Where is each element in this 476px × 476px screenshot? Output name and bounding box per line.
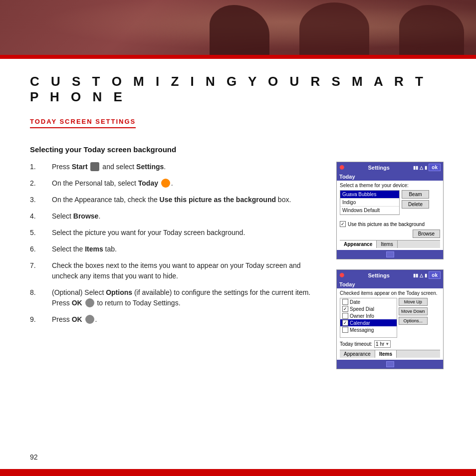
screenshot2-items-list: Date Speed Dial Owner Info bbox=[340, 298, 397, 338]
screenshot2-tab-appearance[interactable]: Appearance bbox=[340, 350, 375, 358]
screenshot2-wifi: △ bbox=[420, 273, 423, 278]
step-2-text: On the Personal tab, select Today . bbox=[52, 178, 173, 189]
checkbox-ownerinfo bbox=[342, 313, 348, 319]
screenshot1-signal: ▮▮ bbox=[413, 165, 418, 170]
screenshot2-battery: ▮ bbox=[425, 273, 427, 278]
items-row-messaging: Messaging bbox=[340, 326, 397, 333]
theme-windows: Windows Default bbox=[340, 207, 399, 215]
items-row-calendar: Calendar bbox=[340, 319, 397, 326]
figure-3 bbox=[399, 5, 464, 55]
screenshot1-tab-appearance[interactable]: Appearance bbox=[340, 240, 377, 248]
screenshot2-title: Settings bbox=[368, 272, 389, 278]
checkbox-calendar bbox=[342, 320, 348, 326]
item-messaging: Messaging bbox=[350, 327, 374, 333]
step-3-text: On the Appearance tab, check the Use thi… bbox=[52, 195, 291, 205]
items-row-date: Date bbox=[340, 298, 397, 305]
screenshot1-title: Settings bbox=[368, 165, 389, 171]
screenshot2-text: Checked items appear on the Today screen… bbox=[340, 290, 440, 296]
step-1-text: Press Start and select Settings. bbox=[52, 162, 166, 172]
step-5-text: Select the picture you want for your Tod… bbox=[52, 228, 245, 238]
screenshot1-body: Select a theme for your device: Guava Bu… bbox=[337, 181, 443, 250]
item-date: Date bbox=[350, 299, 360, 305]
content-area: Press Start and select Settings. On the … bbox=[30, 162, 446, 369]
step-7: Check the boxes next to the items you wa… bbox=[30, 260, 326, 281]
footer-red-bar bbox=[0, 469, 476, 476]
screenshot1-text: Select a theme for your device: bbox=[340, 183, 440, 188]
red-stripe bbox=[0, 55, 476, 59]
screenshot1-browse-row: Browse bbox=[340, 230, 440, 238]
screenshot1-checkbox bbox=[340, 221, 346, 227]
screenshot-1: ✺ Settings ▮▮ △ ▮ ok Today Select a them… bbox=[336, 162, 444, 259]
screenshot1-checkbox-row: Use this picture as the background bbox=[340, 221, 440, 227]
header-banner bbox=[0, 0, 476, 55]
screenshot2-signal: ▮▮ bbox=[413, 273, 418, 278]
step-4: Select Browse. bbox=[30, 211, 326, 222]
screenshot1-browse-button[interactable]: Browse bbox=[413, 230, 440, 238]
page-footer: 92 bbox=[30, 453, 38, 461]
today-icon bbox=[161, 179, 170, 188]
step-9-text: Press OK . bbox=[52, 314, 97, 325]
step-9: Press OK . bbox=[30, 314, 326, 325]
screenshot1-beam-button[interactable]: Beam bbox=[402, 190, 429, 199]
checkbox-messaging bbox=[342, 327, 348, 333]
figure-2 bbox=[299, 2, 369, 55]
checkbox-speeddial bbox=[342, 306, 348, 312]
screenshot2-winlogo: ✺ bbox=[339, 272, 344, 279]
screenshot2-body: Checked items appear on the Today screen… bbox=[337, 288, 443, 360]
screenshot1-winlogo: ✺ bbox=[339, 164, 344, 171]
start-icon bbox=[90, 162, 99, 171]
ok-icon-8 bbox=[85, 298, 94, 307]
screenshot1-checkbox-label: Use this picture as the background bbox=[348, 222, 425, 227]
step-7-text: Check the boxes next to the items you wa… bbox=[52, 260, 326, 281]
screenshot-2: ✺ Settings ▮▮ △ ▮ ok Today Checked items… bbox=[336, 269, 444, 369]
timeout-dropdown[interactable]: 1 hr ▼ bbox=[374, 340, 391, 348]
screenshot2-ok: ok bbox=[429, 271, 441, 279]
step-1: Press Start and select Settings. bbox=[30, 162, 326, 172]
screenshot2-section: Today bbox=[337, 280, 443, 288]
screenshot2-items-area: Date Speed Dial Owner Info bbox=[340, 298, 440, 338]
screenshot1-battery: ▮ bbox=[425, 165, 427, 170]
theme-indigo: Indigo bbox=[340, 199, 399, 207]
screenshot2-toolbar-icon bbox=[386, 361, 394, 367]
screenshot2-action-buttons: Move Up Move Down Options... bbox=[399, 298, 428, 338]
screenshot1-tab-items[interactable]: Items bbox=[377, 240, 397, 248]
step-8: (Optional) Select Options (if available)… bbox=[30, 287, 326, 308]
page-title: C U S T O M I Z I N G Y O U R S M A R T … bbox=[30, 74, 446, 105]
item-speeddial: Speed Dial bbox=[350, 306, 374, 312]
screenshots-col: ✺ Settings ▮▮ △ ▮ ok Today Select a them… bbox=[336, 162, 446, 369]
screenshot1-delete-button[interactable]: Delete bbox=[402, 200, 429, 209]
screenshot1-tabs: Appearance Items bbox=[340, 240, 440, 248]
screenshot2-icons: ▮▮ △ ▮ ok bbox=[413, 271, 441, 279]
screenshot2-options-button[interactable]: Options... bbox=[399, 317, 428, 325]
figure-1 bbox=[210, 5, 269, 55]
screenshot1-toolbar bbox=[337, 250, 443, 259]
screenshot1-theme-list: Guava Bubbles Indigo Windows Default bbox=[340, 190, 400, 215]
timeout-value: 1 hr bbox=[376, 341, 384, 347]
screenshot1-section: Today bbox=[337, 173, 443, 181]
screenshot2-movedown-button[interactable]: Move Down bbox=[399, 307, 428, 315]
item-calendar: Calendar bbox=[350, 320, 370, 326]
theme-guava: Guava Bubbles bbox=[340, 191, 399, 199]
screenshot2-toolbar bbox=[337, 360, 443, 369]
screenshot1-icons: ▮▮ △ ▮ ok bbox=[413, 164, 441, 171]
section-header: TODAY SCREEN SETTINGS bbox=[30, 118, 136, 128]
screenshot1-toolbar-icon bbox=[386, 251, 394, 257]
checkbox-date bbox=[342, 299, 348, 305]
screenshot2-moveup-button[interactable]: Move Up bbox=[399, 298, 428, 306]
step-5: Select the picture you want for your Tod… bbox=[30, 228, 326, 238]
ok-icon-9 bbox=[85, 315, 94, 324]
step-6: Select the Items tab. bbox=[30, 244, 326, 254]
screenshot1-theme-area: Guava Bubbles Indigo Windows Default Bea… bbox=[340, 190, 440, 218]
screenshot2-titlebar: ✺ Settings ▮▮ △ ▮ ok bbox=[337, 270, 443, 280]
items-row-speeddial: Speed Dial bbox=[340, 305, 397, 312]
step-3: On the Appearance tab, check the Use thi… bbox=[30, 195, 326, 205]
screenshot2-tab-items[interactable]: Items bbox=[375, 350, 397, 358]
step-8-text: (Optional) Select Options (if available)… bbox=[52, 287, 326, 308]
screenshot2-tabs: Appearance Items bbox=[340, 350, 440, 358]
dropdown-arrow: ▼ bbox=[385, 342, 389, 346]
item-ownerinfo: Owner Info bbox=[350, 313, 374, 319]
page-number: 92 bbox=[30, 453, 38, 461]
screenshot1-wifi: △ bbox=[420, 165, 423, 170]
main-content: C U S T O M I Z I N G Y O U R S M A R T … bbox=[0, 59, 476, 379]
step-6-text: Select the Items tab. bbox=[52, 244, 117, 254]
